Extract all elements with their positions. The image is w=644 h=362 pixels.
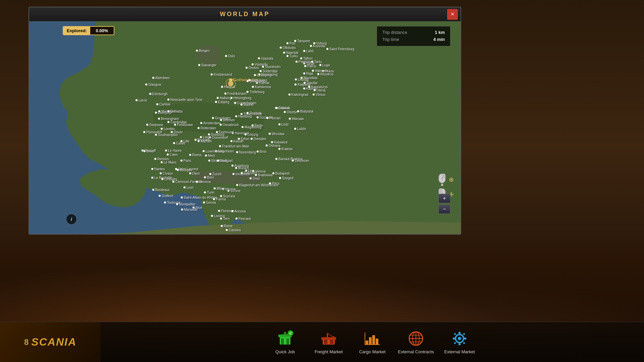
svg-point-105 xyxy=(200,122,202,124)
svg-point-315 xyxy=(167,110,169,112)
zoom-out-button[interactable]: − xyxy=(438,204,450,214)
mouse-icon-row-1: ⊕ xyxy=(437,174,454,186)
svg-point-41 xyxy=(326,48,328,50)
svg-text:Parnu: Parnu xyxy=(307,64,316,68)
svg-text:Turku: Turku xyxy=(289,54,298,58)
external-contracts-icon xyxy=(407,330,425,347)
svg-text:Le Havre: Le Havre xyxy=(168,149,182,153)
svg-rect-363 xyxy=(369,337,372,345)
trip-distance-value: 1 km xyxy=(435,29,445,36)
svg-point-87 xyxy=(245,133,247,135)
svg-point-125 xyxy=(217,160,219,162)
svg-text:Aalborg: Aalborg xyxy=(220,96,231,100)
svg-point-129 xyxy=(231,165,233,167)
scania-number: 8 xyxy=(24,338,29,347)
svg-text:Budapest: Budapest xyxy=(275,172,289,175)
svg-text:Aberdeen: Aberdeen xyxy=(155,76,170,80)
zoom-in-button[interactable]: + xyxy=(438,194,450,203)
svg-rect-352 xyxy=(284,332,286,335)
svg-rect-362 xyxy=(366,341,368,345)
map-close-button[interactable]: × xyxy=(447,9,458,20)
svg-rect-343 xyxy=(442,174,445,178)
svg-rect-346 xyxy=(439,188,442,193)
svg-text:Bratislava: Bratislava xyxy=(258,173,273,177)
svg-point-55 xyxy=(262,66,264,68)
svg-point-147 xyxy=(154,158,156,160)
map-content[interactable]: BergenOsloStavangerKristiansandGothenbur… xyxy=(29,21,461,234)
svg-point-139 xyxy=(167,154,169,156)
svg-text:Vilnius: Vilnius xyxy=(316,93,325,97)
cargo-market-icon-wrap xyxy=(364,330,381,347)
svg-point-259 xyxy=(308,86,310,88)
svg-rect-376 xyxy=(459,332,461,334)
nav-item-cargo-market[interactable]: Cargo Market xyxy=(351,324,394,361)
svg-point-325 xyxy=(161,128,163,130)
svg-text:Lublin: Lublin xyxy=(297,127,306,131)
svg-text:London: London xyxy=(164,127,175,131)
svg-point-141 xyxy=(165,149,167,152)
svg-text:Jõnköping: Jõnköping xyxy=(250,79,265,83)
svg-point-193 xyxy=(245,170,247,172)
svg-point-183 xyxy=(196,181,198,183)
svg-point-135 xyxy=(220,124,222,126)
svg-point-149 xyxy=(161,161,163,163)
svg-text:Rotterdam: Rotterdam xyxy=(201,126,216,130)
svg-point-189 xyxy=(232,173,234,175)
svg-point-209 xyxy=(204,191,206,193)
svg-text:Wroclaw: Wroclaw xyxy=(272,132,285,136)
svg-point-37 xyxy=(280,47,282,49)
svg-point-21 xyxy=(240,104,243,106)
svg-point-83 xyxy=(241,126,244,128)
nav-item-freight-market[interactable]: Freight Market xyxy=(307,324,351,361)
svg-point-285 xyxy=(278,148,280,150)
svg-text:Lahti: Lahti xyxy=(306,49,314,53)
view-action-icon: ⊕ xyxy=(449,176,454,183)
svg-text:Rome: Rome xyxy=(224,224,233,228)
svg-text:Luga: Luga xyxy=(322,63,330,67)
svg-point-237 xyxy=(311,61,313,63)
svg-point-107 xyxy=(198,127,200,129)
map-svg: BergenOsloStavangerKristiansandGothenbur… xyxy=(29,21,461,234)
info-button[interactable]: i xyxy=(66,214,77,225)
svg-text:Turin: Turin xyxy=(207,191,214,194)
svg-point-35 xyxy=(286,55,288,57)
svg-text:Tartu: Tartu xyxy=(314,60,322,64)
svg-text:Milan: Milan xyxy=(217,187,225,190)
svg-text:Olsztyn: Olsztyn xyxy=(287,110,298,114)
svg-text:Örebro: Örebro xyxy=(249,66,259,70)
svg-text:Swansea: Swansea xyxy=(149,123,163,127)
svg-point-301 xyxy=(145,83,147,85)
svg-text:Graz: Graz xyxy=(253,177,260,180)
svg-point-49 xyxy=(258,57,260,59)
svg-point-177 xyxy=(181,196,183,198)
svg-text:Warsaw: Warsaw xyxy=(292,117,304,121)
svg-point-33 xyxy=(283,52,285,54)
svg-point-119 xyxy=(203,150,205,152)
svg-point-67 xyxy=(252,86,254,88)
svg-point-239 xyxy=(304,65,306,67)
svg-text:Esbjerg: Esbjerg xyxy=(218,100,229,104)
svg-point-249 xyxy=(301,77,303,79)
external-market-icon-wrap xyxy=(451,330,468,347)
svg-text:✓: ✓ xyxy=(289,331,292,335)
svg-point-221 xyxy=(211,215,213,217)
svg-point-333 xyxy=(180,140,182,142)
svg-point-93 xyxy=(230,140,232,142)
svg-point-91 xyxy=(251,138,253,140)
svg-text:Oslo: Oslo xyxy=(228,54,235,58)
svg-text:Szeged: Szeged xyxy=(282,176,293,180)
trip-time-label: Trip time xyxy=(382,36,399,43)
svg-text:Malmö: Malmö xyxy=(244,103,254,107)
zoom-controls[interactable]: + − xyxy=(438,194,450,214)
svg-text:Pescara: Pescara xyxy=(238,217,251,221)
svg-rect-361 xyxy=(330,340,333,344)
nav-item-quick-job[interactable]: ✓ Quick Job xyxy=(263,324,307,361)
nav-item-external-contracts[interactable]: External Contracts xyxy=(394,324,438,361)
svg-rect-349 xyxy=(281,339,284,345)
svg-point-25 xyxy=(286,42,288,44)
svg-point-251 xyxy=(247,80,249,82)
svg-text:Civaux: Civaux xyxy=(163,172,173,175)
svg-text:Bern: Bern xyxy=(207,176,214,179)
taskbar: 8 SCANIA ✓ Quick Job xyxy=(0,322,644,362)
nav-item-external-market[interactable]: External Market xyxy=(438,324,481,361)
